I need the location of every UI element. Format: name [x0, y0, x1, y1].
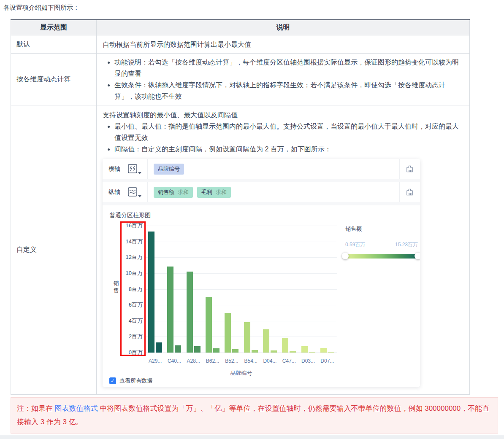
field-tag-aggregation: 求和 — [178, 186, 189, 198]
bar-group — [244, 322, 258, 353]
x-axis-tick-labels: A29...C40...A28...B62...B52...B54...D04.… — [146, 356, 337, 367]
x-axis-tick-label: B54... — [241, 356, 260, 367]
bar-毛利-D04... — [271, 350, 277, 353]
custom-intro: 支持设置轴刻度的最小值、最大值以及间隔值 — [103, 109, 463, 121]
bar-group — [187, 272, 201, 353]
axis-type-dropdown[interactable] — [127, 186, 141, 198]
bar-毛利-D03... — [309, 352, 315, 353]
legend-min-value: 0.59百万 — [345, 239, 365, 250]
bar-毛利-C40... — [175, 345, 181, 353]
x-axis-tick-label: C47... — [279, 356, 298, 367]
row-desc-custom: 支持设置轴刻度的最小值、最大值以及间隔值 最小值、最大值：指的是值轴显示范围内的… — [97, 105, 470, 395]
horizontal-axis-row: 横轴 品牌编号 — [103, 159, 420, 179]
red-highlight-box — [120, 221, 146, 356]
horizontal-axis-label: 横轴 — [108, 163, 120, 175]
bar-group — [301, 346, 315, 353]
clear-axis-button[interactable] — [399, 159, 414, 179]
bar-group — [282, 338, 296, 353]
bullet-item: 生效条件：纵轴拖入维度字段情况下，对纵轴上的指标字段生效；若不满足该条件，即使勾… — [114, 79, 463, 102]
bar-毛利-B62... — [213, 348, 219, 353]
column-header-desc: 说明 — [97, 20, 470, 35]
bar-销售额-B52... — [225, 313, 231, 353]
chevron-down-icon — [138, 195, 141, 197]
note-box: 注：如果在 图表数值格式 中将图表数值格式设置为「万」、「亿」等单位，在设置值轴… — [11, 397, 498, 434]
row-desc-dynamic: 功能说明：若勾选「按各维度动态计算」，每个维度分区值轴范围根据实际值显示，保证图… — [97, 54, 470, 105]
gradient-legend: 销售额 0.59百万 15.23百万 — [345, 223, 418, 259]
chart-title: 普通分区柱形图 — [109, 210, 151, 221]
row-desc-default: 自动根据当前所显示的数据范围计算出最小最大值 — [97, 35, 470, 54]
checkbox-label: 查看所有数据 — [119, 375, 152, 386]
bar-销售额-B62... — [206, 297, 212, 353]
gridline — [146, 353, 337, 353]
x-axis-tick-label: D03... — [298, 356, 317, 367]
bar-series — [146, 226, 337, 353]
bullet-list: 最小值、最大值：指的是值轴显示范围内的最小最大值。支持公式设置，当设置的最小值大… — [103, 121, 463, 155]
checkbox-checked[interactable]: ✓ — [109, 377, 116, 384]
next-section-edge — [0, 435, 504, 439]
bar-毛利-B52... — [232, 349, 238, 353]
doc-page: 各设置项介绍如下图所示： 显示范围 说明 默认 自动根据当前所显示的数据范围计算… — [0, 0, 504, 439]
bar-group — [263, 329, 277, 353]
bar-销售额-A28... — [187, 272, 193, 353]
bar-毛利-D07... — [328, 352, 334, 353]
legend-max-value: 15.23百万 — [395, 239, 418, 250]
legend-title: 销售额 — [345, 223, 418, 234]
x-axis-tick-label: D04... — [260, 356, 279, 367]
legend-gradient-bar — [345, 254, 418, 259]
field-tag-name: 品牌编号 — [158, 163, 180, 175]
x-axis-tick-label: B62... — [203, 356, 222, 367]
bullet-item: 功能说明：若勾选「按各维度动态计算」，每个维度分区值轴范围根据实际值显示，保证图… — [114, 57, 463, 79]
field-tag-name: 销售额 — [158, 186, 174, 198]
bullet-list: 功能说明：若勾选「按各维度动态计算」，每个维度分区值轴范围根据实际值显示，保证图… — [103, 57, 463, 102]
x-axis-title: 品牌编号 — [146, 367, 337, 379]
bar-group — [148, 232, 162, 353]
field-tag[interactable]: 品牌编号 — [154, 164, 184, 175]
x-axis-tick-label: A28... — [184, 356, 203, 367]
view-all-data-option: ✓ 查看所有数据 — [109, 375, 152, 386]
bar-销售额-C47... — [282, 338, 288, 353]
x-axis-tick-label: D07... — [318, 356, 337, 367]
broom-icon — [405, 188, 414, 197]
chevron-down-icon — [138, 172, 141, 174]
line-chart-icon — [127, 186, 138, 197]
note-text: 注：如果在 — [17, 404, 55, 412]
axis-type-dropdown[interactable] — [127, 163, 141, 175]
bar-销售额-A29... — [148, 232, 154, 353]
vertical-axis-label: 纵轴 — [108, 186, 120, 198]
table-row: 按各维度动态计算 功能说明：若勾选「按各维度动态计算」，每个维度分区值轴范围根据… — [11, 54, 470, 105]
table-header-row: 显示范围 说明 — [11, 20, 470, 35]
bar-group — [167, 267, 181, 353]
bar-毛利-A28... — [194, 346, 201, 353]
bar-group — [225, 313, 238, 353]
x-axis-tick-label: C40... — [165, 356, 184, 367]
settings-table: 显示范围 说明 默认 自动根据当前所显示的数据范围计算出最小最大值 按各维度动态… — [11, 19, 470, 395]
chart-number-format-link[interactable]: 图表数值格式 — [55, 404, 98, 412]
horizontal-axis-fields: 品牌编号 — [148, 164, 399, 175]
y-axis-title: 销售 — [113, 280, 119, 294]
field-tag[interactable]: 毛利求和 — [197, 187, 231, 198]
x-axis-tick-label: B52... — [222, 356, 241, 367]
bar-毛利-B54... — [252, 350, 258, 353]
legend-max-handle[interactable] — [415, 253, 420, 259]
table-row: 自定义 支持设置轴刻度的最小值、最大值以及间隔值 最小值、最大值：指的是值轴显示… — [11, 105, 470, 395]
bar-销售额-D07... — [320, 348, 327, 353]
field-tag-aggregation: 求和 — [216, 186, 227, 198]
field-tag[interactable]: 销售额求和 — [154, 187, 193, 198]
table-row: 默认 自动根据当前所显示的数据范围计算出最小最大值 — [11, 35, 470, 54]
row-label-dynamic: 按各维度动态计算 — [11, 54, 97, 105]
bar-group — [206, 297, 219, 353]
plot-border — [337, 226, 337, 353]
broom-icon — [405, 164, 414, 173]
bullet-item: 最小值、最大值：指的是值轴显示范围内的最小最大值。支持公式设置，当设置的最小值大… — [114, 121, 463, 143]
legend-min-handle[interactable] — [342, 253, 349, 259]
bar-销售额-D04... — [263, 329, 269, 353]
chart-preview: 普通分区柱形图 16百万14百万12百万10百万8百万6百万4百万2百万0百万A… — [103, 205, 420, 387]
x-axis-tick-label: A29... — [146, 356, 165, 367]
vertical-axis-fields: 销售额求和毛利求和 — [148, 187, 399, 198]
partition-column-icon — [127, 163, 138, 174]
intro-text: 各设置项介绍如下图所示： — [0, 0, 504, 12]
row-label-custom: 自定义 — [11, 105, 97, 395]
vertical-axis-row: 纵轴 销售额求和毛利求和 — [103, 182, 420, 202]
bullet-item: 间隔值：自定义的主刻度间隔，例如设置间隔值为 2 百万，如下图所示： — [114, 143, 463, 155]
clear-axis-button[interactable] — [399, 182, 414, 202]
